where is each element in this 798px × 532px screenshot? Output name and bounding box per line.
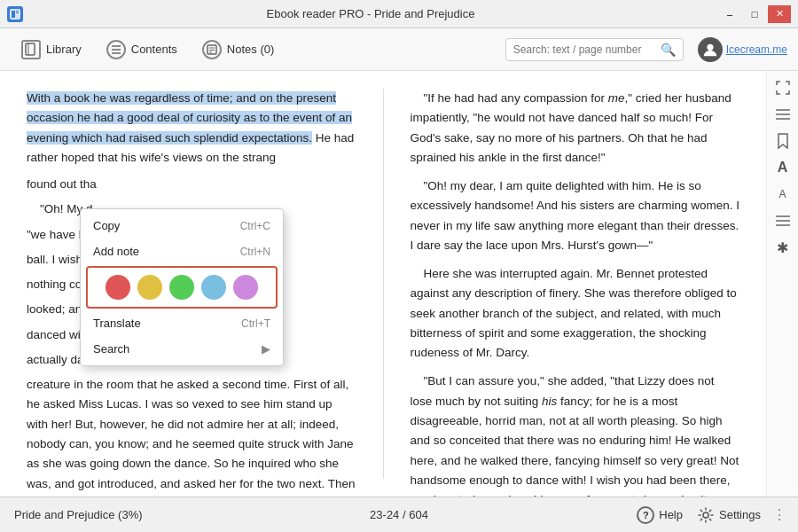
right-para-3: Here she was interrupted again. Mr. Benn… xyxy=(411,264,740,363)
help-button[interactable]: ? Help xyxy=(637,506,683,524)
swatch-red[interactable] xyxy=(106,275,130,300)
user-avatar xyxy=(698,37,723,62)
notes-button[interactable]: Notes (0) xyxy=(192,35,285,65)
notes-icon xyxy=(202,40,222,59)
help-icon: ? xyxy=(637,506,654,524)
swatch-yellow[interactable] xyxy=(137,275,162,300)
search-arrow-icon: ▶ xyxy=(262,342,270,356)
copy-label: Copy xyxy=(93,219,120,232)
title-bar: Ebook reader PRO - Pride and Prejudice –… xyxy=(0,0,798,28)
notes-label: Notes (0) xyxy=(227,43,274,56)
align-icon[interactable] xyxy=(773,211,793,231)
copy-shortcut: Ctrl+C xyxy=(240,220,270,232)
user-button[interactable]: Icecream.me xyxy=(698,37,787,62)
contents-button[interactable]: Contents xyxy=(96,35,188,65)
minimize-button[interactable]: – xyxy=(718,5,741,23)
search-box[interactable]: 🔍 xyxy=(505,38,684,61)
gear-icon xyxy=(697,506,715,524)
page-number-status: 23-24 / 604 xyxy=(270,508,527,521)
library-icon xyxy=(21,40,41,59)
close-button[interactable]: ✕ xyxy=(768,5,791,23)
swatch-purple[interactable] xyxy=(233,275,258,300)
fullscreen-icon[interactable] xyxy=(773,78,793,98)
bookmark-icon[interactable] xyxy=(773,131,793,151)
toolbar: Library Contents Notes (0) 🔍 xyxy=(0,28,798,71)
settings-button[interactable]: Settings xyxy=(697,506,761,524)
add-note-shortcut: Ctrl+N xyxy=(240,246,270,258)
font-large-icon[interactable]: A xyxy=(773,158,793,177)
translate-shortcut: Ctrl+T xyxy=(241,317,270,330)
search-menu-item[interactable]: Search ▶ xyxy=(81,336,283,362)
svg-rect-3 xyxy=(16,12,19,13)
svg-point-13 xyxy=(707,43,713,50)
add-note-menu-item[interactable]: Add note Ctrl+N xyxy=(81,239,283,264)
search-label: Search xyxy=(93,342,129,356)
search-icon: 🔍 xyxy=(661,43,676,57)
right-page: "If he had had any compassion for me," c… xyxy=(383,89,767,479)
library-button[interactable]: Library xyxy=(11,35,92,65)
color-swatches xyxy=(86,266,278,309)
right-para-4: "But I can assure you," she added, "that… xyxy=(411,372,740,497)
maximize-button[interactable]: □ xyxy=(743,5,766,23)
svg-rect-4 xyxy=(26,43,35,55)
svg-rect-2 xyxy=(16,11,19,12)
translate-menu-item[interactable]: Translate Ctrl+T xyxy=(81,310,283,336)
app-icon xyxy=(7,6,23,22)
contents-icon xyxy=(106,40,126,59)
svg-point-20 xyxy=(703,512,708,518)
scroll-indicator: ⋮ xyxy=(775,506,784,523)
add-note-label: Add note xyxy=(93,245,139,258)
help-label: Help xyxy=(659,508,683,521)
search-input[interactable] xyxy=(513,43,655,56)
book-title-status: Pride and Prejudice (3%) xyxy=(14,508,270,521)
svg-rect-1 xyxy=(12,11,15,18)
settings-label: Settings xyxy=(719,508,761,521)
window-controls: – □ ✕ xyxy=(718,5,791,23)
list-icon[interactable] xyxy=(773,105,793,124)
window-title: Ebook reader PRO - Pride and Prejudice xyxy=(23,7,718,20)
right-para-2: "Oh! my dear, I am quite delighted with … xyxy=(411,176,740,255)
swatch-green[interactable] xyxy=(169,275,194,300)
swatch-blue[interactable] xyxy=(201,275,226,300)
copy-menu-item[interactable]: Copy Ctrl+C xyxy=(81,213,283,239)
font-small-icon[interactable]: A xyxy=(773,184,793,204)
status-bar: Pride and Prejudice (3%) 23-24 / 604 ? H… xyxy=(0,497,798,532)
user-label[interactable]: Icecream.me xyxy=(726,43,787,56)
highlighted-text: With a book he was regardless of time; a… xyxy=(27,91,352,145)
status-right: ? Help Settings ⋮ xyxy=(528,506,784,524)
translate-label: Translate xyxy=(93,317,141,330)
context-menu: Copy Ctrl+C Add note Ctrl+N Translate Ct… xyxy=(80,208,284,366)
main-content: With a book he was regardless of time; a… xyxy=(0,71,798,497)
sidebar-icons: A A ✱ xyxy=(766,71,798,497)
asterisk-icon[interactable]: ✱ xyxy=(773,238,793,257)
right-para-1: "If he had had any compassion for me," c… xyxy=(411,89,740,168)
reading-area: With a book he was regardless of time; a… xyxy=(0,71,766,497)
